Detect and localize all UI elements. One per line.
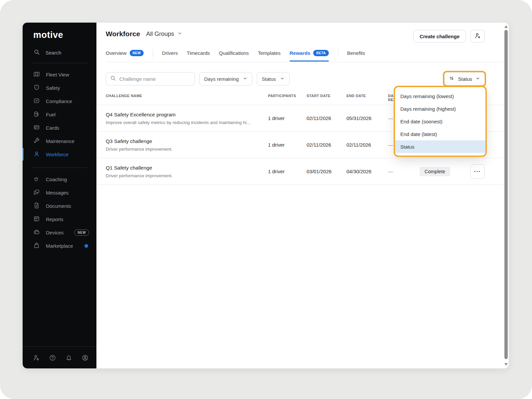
sidebar-item-maintenance[interactable]: Maintenance	[23, 134, 96, 148]
sidebar-item-label: Documents	[46, 203, 71, 209]
device-icon	[33, 229, 40, 236]
sidebar: motive Search Fleet View Safety Complian…	[23, 23, 96, 368]
user-settings-icon	[474, 32, 481, 41]
challenge-description: Driver performance improvement.	[106, 147, 268, 152]
tab-label: Drivers	[162, 50, 178, 56]
scrollbar-thumb[interactable]	[504, 30, 508, 359]
sidebar-item-label: Coaching	[46, 177, 67, 182]
sidebar-item-devices[interactable]: Devices NEW	[23, 226, 96, 239]
chart-icon	[33, 97, 40, 105]
sidebar-item-coaching[interactable]: Coaching	[23, 173, 96, 186]
tab-label: Overview	[106, 50, 127, 56]
participants-cell: 1 driver	[268, 169, 307, 174]
tab-label: Templates	[258, 50, 280, 56]
column-header-end-date: END DATE	[346, 94, 388, 98]
chevron-down-icon	[280, 76, 285, 82]
menu-item-end-date-latest[interactable]: End date (latest)	[395, 128, 485, 140]
wrench-icon	[33, 137, 40, 145]
sidebar-item-compliance[interactable]: Compliance	[23, 94, 96, 108]
row-menu-button[interactable]: ···	[470, 164, 485, 179]
sidebar-item-reports[interactable]: Reports	[23, 212, 96, 226]
end-date-cell: 05/31/2026	[346, 115, 388, 121]
sidebar-item-label: Messages	[46, 190, 68, 196]
filter-toolbar: Days remaining Status Status	[106, 72, 503, 85]
report-icon	[33, 215, 40, 223]
sidebar-item-safety[interactable]: Safety	[23, 81, 96, 94]
end-date-cell: 02/11/2026	[346, 142, 388, 148]
table-row[interactable]: Q1 Safety challenge Driver performance i…	[96, 158, 503, 185]
sidebar-item-marketplace[interactable]: Marketplace	[23, 239, 96, 252]
menu-item-days-remaining-highest[interactable]: Days remaining (highest)	[395, 102, 485, 115]
sidebar-item-label: Cards	[46, 125, 59, 131]
main-content: Workforce All Groups Create challenge Ov…	[96, 23, 509, 368]
menu-item-days-remaining-lowest[interactable]: Days remaining (lowest)	[395, 90, 485, 102]
challenge-name: Q1 Safety challenge	[106, 165, 268, 171]
motive-logo: motive	[23, 23, 96, 40]
whistle-icon	[33, 176, 40, 183]
challenge-description: Driver performance improvement.	[106, 173, 268, 178]
sidebar-search-label: Search	[46, 50, 62, 56]
ellipsis-icon: ···	[474, 169, 481, 174]
tab-label: Benefits	[347, 50, 365, 56]
chevron-down-icon	[177, 30, 182, 38]
sort-arrows-icon	[449, 75, 455, 82]
menu-item-end-date-soonest[interactable]: End date (soonest)	[395, 115, 485, 128]
sidebar-item-messages[interactable]: Messages	[23, 186, 96, 199]
days-remaining-cell: —	[388, 169, 420, 174]
assign-user-button[interactable]	[470, 30, 485, 43]
tab-drivers[interactable]: Drivers	[162, 50, 178, 61]
days-remaining-filter[interactable]: Days remaining	[199, 72, 252, 85]
account-icon[interactable]	[81, 354, 89, 361]
scroll-up-arrow[interactable]	[504, 25, 508, 28]
group-selector[interactable]: All Groups	[146, 30, 182, 38]
sidebar-item-workforce[interactable]: Workforce	[23, 148, 96, 161]
sidebar-footer	[23, 346, 96, 368]
sort-dropdown-button[interactable]: Status	[444, 72, 485, 85]
tab-overview[interactable]: Overview NEW	[106, 50, 144, 61]
help-icon[interactable]	[49, 354, 56, 361]
tab-label: Qualifications	[219, 50, 249, 56]
group-selector-label: All Groups	[146, 31, 174, 38]
shield-icon	[33, 84, 40, 92]
tab-timecards[interactable]: Timecards	[187, 50, 210, 61]
status-badge: Complete	[420, 167, 450, 176]
beta-badge: BETA	[313, 50, 329, 56]
tab-rewards[interactable]: Rewards BETA	[290, 50, 329, 61]
chevron-down-icon	[243, 76, 247, 82]
sidebar-item-documents[interactable]: Documents	[23, 199, 96, 212]
menu-item-status[interactable]: Status	[395, 140, 485, 153]
status-cell: Complete	[420, 167, 469, 176]
actions-cell: ···	[469, 164, 485, 179]
tab-templates[interactable]: Templates	[258, 50, 280, 61]
challenge-description: Improve overall safety metrics by reduci…	[106, 120, 268, 125]
new-badge: NEW	[130, 50, 144, 56]
tab-qualifications[interactable]: Qualifications	[219, 50, 249, 61]
sidebar-item-fuel[interactable]: Fuel	[23, 108, 96, 121]
status-filter[interactable]: Status	[257, 72, 290, 85]
end-date-cell: 04/30/2026	[346, 169, 388, 174]
scroll-down-arrow[interactable]	[504, 363, 508, 366]
sidebar-primary-nav: Fleet View Safety Compliance Fuel Cards …	[23, 68, 96, 161]
sidebar-item-label: Devices	[46, 230, 64, 235]
create-challenge-button[interactable]: Create challenge	[413, 30, 466, 43]
sidebar-divider	[32, 168, 87, 168]
sidebar-item-cards[interactable]: Cards	[23, 121, 96, 134]
sidebar-item-label: Fleet View	[46, 72, 69, 77]
sort-button-label: Status	[458, 76, 472, 82]
tab-benefits[interactable]: Benefits	[347, 50, 365, 61]
challenge-search-input[interactable]	[119, 76, 191, 82]
filter-label: Status	[262, 76, 276, 82]
new-badge: NEW	[74, 229, 89, 236]
tab-label: Timecards	[187, 50, 210, 56]
column-header-participants: PARTICIPANTS	[268, 94, 307, 98]
user-settings-icon[interactable]	[33, 354, 40, 361]
sidebar-item-label: Reports	[46, 216, 64, 222]
bell-icon[interactable]	[65, 354, 72, 361]
sidebar-item-label: Maintenance	[46, 138, 74, 144]
page-header: Workforce All Groups Create challenge	[96, 23, 509, 43]
search-icon	[34, 49, 40, 56]
challenge-search	[106, 72, 195, 85]
tab-divider	[153, 49, 153, 57]
sidebar-search[interactable]: Search	[23, 40, 96, 56]
sidebar-item-fleet-view[interactable]: Fleet View	[23, 68, 96, 81]
